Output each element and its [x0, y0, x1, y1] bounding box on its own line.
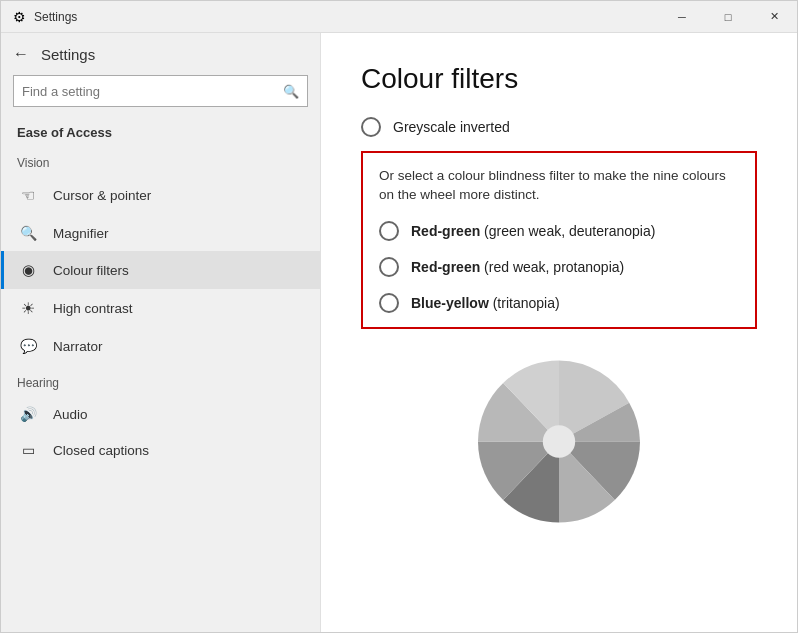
back-button[interactable]: ←	[13, 45, 29, 63]
title-bar-title: Settings	[34, 10, 77, 24]
high-contrast-label: High contrast	[53, 301, 133, 316]
back-icon: ←	[13, 45, 29, 63]
cursor-label: Cursor & pointer	[53, 188, 151, 203]
sidebar: ← Settings 🔍 Ease of Access Vision ☜ Cur…	[1, 33, 321, 632]
red-green-protanopia-bold: Red-green	[411, 259, 480, 275]
page-title: Colour filters	[361, 63, 757, 95]
filter-box-description: Or select a colour blindness filter to m…	[379, 167, 739, 205]
high-contrast-icon: ☀	[17, 299, 39, 318]
audio-label: Audio	[53, 407, 88, 422]
greyscale-inverted-radio[interactable]	[361, 117, 381, 137]
sidebar-item-closed-captions[interactable]: ▭ Closed captions	[1, 432, 320, 468]
maximize-button[interactable]: □	[705, 1, 751, 33]
red-green-protanopia-label: Red-green (red weak, protanopia)	[411, 259, 624, 275]
vision-section-label: Vision	[1, 144, 320, 176]
cursor-icon: ☜	[17, 186, 39, 205]
title-bar: ⚙ Settings ─ □ ✕	[1, 1, 797, 33]
close-button[interactable]: ✕	[751, 1, 797, 33]
blue-yellow-bold: Blue-yellow	[411, 295, 489, 311]
blue-yellow-radio[interactable]	[379, 293, 399, 313]
content-area: Colour filters Greyscale inverted Or sel…	[321, 33, 797, 632]
narrator-label: Narrator	[53, 339, 103, 354]
sidebar-app-title: Settings	[41, 46, 95, 63]
colour-wheel-area	[361, 347, 757, 527]
colour-blindness-filter-box: Or select a colour blindness filter to m…	[361, 151, 757, 329]
greyscale-inverted-label: Greyscale inverted	[393, 119, 510, 135]
minimize-button[interactable]: ─	[659, 1, 705, 33]
red-green-protanopia-radio[interactable]	[379, 257, 399, 277]
sidebar-item-narrator[interactable]: 💬 Narrator	[1, 328, 320, 364]
hearing-section-label: Hearing	[1, 364, 320, 396]
red-green-deuteranopia-label: Red-green (green weak, deuteranopia)	[411, 223, 655, 239]
sidebar-item-magnifier[interactable]: 🔍 Magnifier	[1, 215, 320, 251]
title-bar-left: ⚙ Settings	[13, 9, 77, 25]
greyscale-inverted-row[interactable]: Greyscale inverted	[361, 117, 757, 137]
search-input[interactable]	[14, 84, 275, 99]
settings-window: ⚙ Settings ─ □ ✕ ← Settings 🔍 Ease of Ac…	[0, 0, 798, 633]
blue-yellow-row[interactable]: Blue-yellow (tritanopia)	[379, 293, 739, 313]
audio-icon: 🔊	[17, 406, 39, 422]
closed-captions-label: Closed captions	[53, 443, 149, 458]
app-icon: ⚙	[13, 9, 26, 25]
red-green-deuteranopia-bold: Red-green	[411, 223, 480, 239]
main-layout: ← Settings 🔍 Ease of Access Vision ☜ Cur…	[1, 33, 797, 632]
blue-yellow-label: Blue-yellow (tritanopia)	[411, 295, 560, 311]
sidebar-header: ← Settings	[1, 33, 320, 71]
sidebar-item-colour-filters[interactable]: ◉ Colour filters	[1, 251, 320, 289]
narrator-icon: 💬	[17, 338, 39, 354]
magnifier-label: Magnifier	[53, 226, 109, 241]
colour-wheel-svg	[449, 347, 669, 527]
colour-filters-label: Colour filters	[53, 263, 129, 278]
sidebar-item-high-contrast[interactable]: ☀ High contrast	[1, 289, 320, 328]
search-box[interactable]: 🔍	[13, 75, 308, 107]
red-green-deuteranopia-radio[interactable]	[379, 221, 399, 241]
sidebar-item-audio[interactable]: 🔊 Audio	[1, 396, 320, 432]
svg-point-0	[543, 425, 575, 457]
title-bar-controls: ─ □ ✕	[659, 1, 797, 33]
colour-filters-icon: ◉	[17, 261, 39, 279]
magnifier-icon: 🔍	[17, 225, 39, 241]
closed-captions-icon: ▭	[17, 442, 39, 458]
sidebar-item-cursor[interactable]: ☜ Cursor & pointer	[1, 176, 320, 215]
search-icon: 🔍	[275, 84, 307, 99]
red-green-protanopia-row[interactable]: Red-green (red weak, protanopia)	[379, 257, 739, 277]
red-green-deuteranopia-row[interactable]: Red-green (green weak, deuteranopia)	[379, 221, 739, 241]
ease-of-access-label: Ease of Access	[1, 119, 320, 144]
